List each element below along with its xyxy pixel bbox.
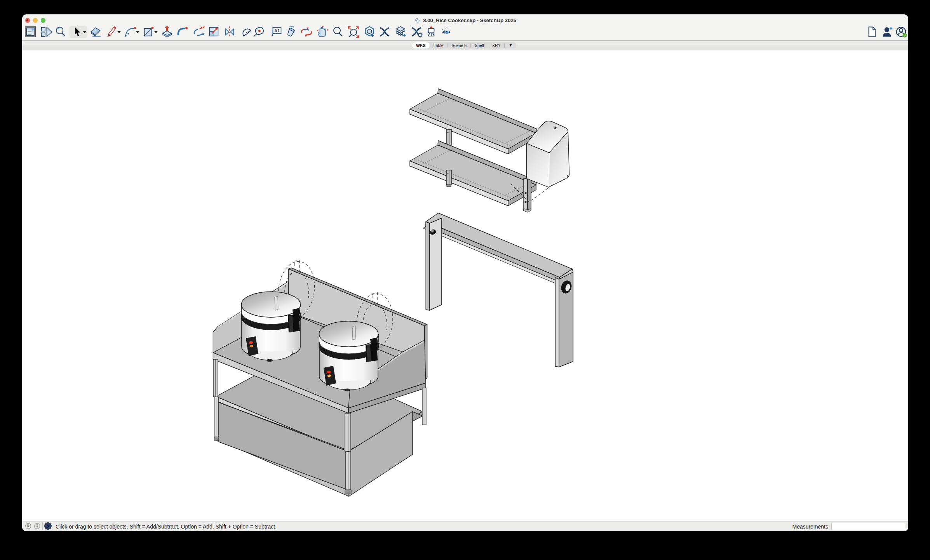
svg-text:A1: A1 [274,28,280,33]
svg-text:?: ? [46,523,49,529]
